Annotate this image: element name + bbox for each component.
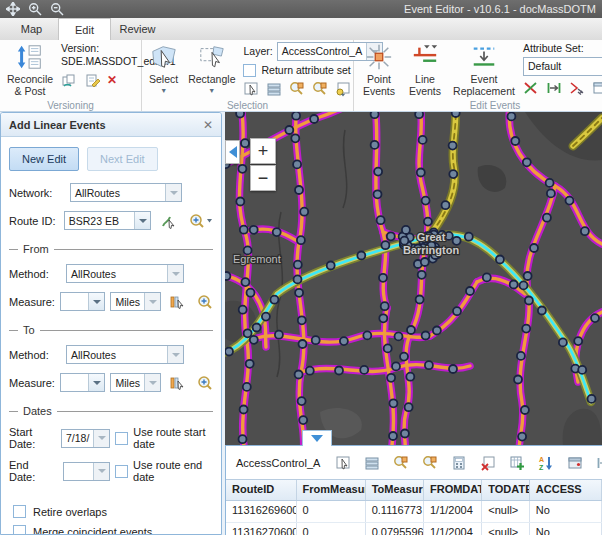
collapse-table-button[interactable] xyxy=(302,430,332,446)
start-date-dropdown-arrow[interactable] xyxy=(93,430,109,447)
select-button[interactable]: Select ▼ xyxy=(147,42,180,99)
from-units-value: Miles xyxy=(111,296,144,308)
next-edit-button[interactable]: Next Edit xyxy=(87,147,158,171)
from-units-combobox[interactable]: Miles xyxy=(110,292,161,311)
pan-to-record-icon[interactable] xyxy=(422,455,438,471)
table-row[interactable]: 11316269600 0 0.1116773 1/1/2004 <null> … xyxy=(226,501,602,523)
rectangle-tool-icon xyxy=(198,43,226,71)
event-replacement-icon xyxy=(470,43,498,71)
rectangle-dropdown-arrow[interactable]: ▼ xyxy=(208,85,215,97)
route-id-dropdown-arrow[interactable] xyxy=(134,212,150,229)
add-record-icon[interactable] xyxy=(509,455,525,471)
event-attributes-icon[interactable] xyxy=(592,80,602,96)
ribbon: Reconcile & Post Version: SDE.MASSDOT_ed… xyxy=(0,40,602,112)
start-date-combobox[interactable]: 7/18/ xyxy=(61,429,110,448)
to-zoom-icon[interactable] xyxy=(197,375,213,391)
sort-records-icon[interactable]: A Z xyxy=(538,455,554,471)
select-features-icon[interactable] xyxy=(243,81,259,97)
from-measure-combobox[interactable] xyxy=(60,292,106,311)
new-version-icon[interactable] xyxy=(84,72,100,88)
to-method-combobox[interactable]: AllRoutes xyxy=(66,345,184,364)
from-method-combobox[interactable]: AllRoutes xyxy=(66,264,184,283)
svg-text:Z: Z xyxy=(539,464,544,471)
merge-events-icon[interactable] xyxy=(569,80,585,96)
col-header-fromdate[interactable]: FROMDATE xyxy=(424,480,482,500)
to-measure-dropdown-arrow[interactable] xyxy=(88,374,104,391)
col-header-frommeasure[interactable]: FromMeasure xyxy=(297,480,366,500)
map-zoom-out-button[interactable]: − xyxy=(250,165,276,191)
point-events-button[interactable]: Point Events xyxy=(359,42,399,99)
col-header-access[interactable]: ACCESS xyxy=(530,480,602,500)
new-edit-button[interactable]: New Edit xyxy=(9,147,79,171)
offset-records-icon[interactable] xyxy=(596,455,602,471)
pan-icon[interactable] xyxy=(6,2,20,16)
tab-edit[interactable]: Edit xyxy=(58,18,111,40)
from-zoom-icon[interactable] xyxy=(197,294,213,310)
col-header-routeid[interactable]: RouteID xyxy=(226,480,297,500)
to-units-combobox[interactable]: Miles xyxy=(110,373,161,392)
end-date-label: End Date: xyxy=(9,459,58,483)
tab-map[interactable]: Map xyxy=(5,18,58,40)
window-title: Event Editor - v10.6.1 - docMassDOTM xyxy=(404,3,596,15)
line-events-label: Line Events xyxy=(407,73,443,97)
table-row[interactable]: 11316270600 0 0.0795596 1/1/2004 <null> … xyxy=(226,523,602,535)
select-route-on-map-icon[interactable] xyxy=(160,213,176,229)
zoom-out-icon[interactable] xyxy=(50,2,64,16)
to-measure-on-map-icon[interactable] xyxy=(169,375,185,391)
zoom-to-record-icon[interactable] xyxy=(393,455,409,471)
select-dropdown-arrow[interactable]: ▼ xyxy=(160,85,167,97)
merge-coincident-events-checkbox[interactable] xyxy=(13,525,26,535)
use-route-end-date-checkbox[interactable] xyxy=(115,465,128,478)
attribute-set-combobox[interactable]: Default xyxy=(523,57,602,76)
split-event-icon[interactable] xyxy=(523,80,539,96)
route-zoom-icon[interactable] xyxy=(189,213,213,229)
rectangle-button[interactable]: Rectangle ▼ xyxy=(186,42,237,99)
map-zoom-in-button[interactable]: + xyxy=(250,138,276,164)
delete-version-icon[interactable]: ✕ xyxy=(107,73,117,87)
to-units-dropdown-arrow[interactable] xyxy=(144,374,160,391)
from-units-dropdown-arrow[interactable] xyxy=(144,293,160,310)
zoom-in-icon[interactable] xyxy=(28,2,42,16)
col-header-tomeasure[interactable]: ToMeasure xyxy=(366,480,424,500)
reconcile-post-button[interactable]: Reconcile & Post xyxy=(5,42,55,99)
use-route-start-date-checkbox[interactable] xyxy=(115,432,128,445)
end-date-dropdown-arrow[interactable] xyxy=(93,463,109,480)
line-events-button[interactable]: Line Events xyxy=(405,42,445,99)
route-id-value: BSR23 EB xyxy=(65,215,134,227)
network-combobox[interactable]: AllRoutes xyxy=(70,183,182,202)
tab-review[interactable]: Review xyxy=(111,18,164,40)
zoom-to-selected-icon[interactable] xyxy=(289,81,305,97)
field-calculator-icon[interactable] xyxy=(451,455,467,471)
table-list-icon[interactable] xyxy=(364,455,380,471)
from-method-dropdown-arrow[interactable] xyxy=(167,265,183,282)
cell-tomeasure: 0.1116773 xyxy=(366,501,424,522)
clear-selection-icon[interactable] xyxy=(480,455,496,471)
return-attribute-set-checkbox[interactable] xyxy=(243,64,256,77)
offset-event-icon[interactable] xyxy=(546,80,562,96)
pan-to-selected-icon[interactable] xyxy=(312,81,328,97)
map-canvas[interactable]: Egremont Great Barrington xyxy=(225,112,602,445)
start-date-value: 7/18/ xyxy=(62,432,93,444)
from-measure-dropdown-arrow[interactable] xyxy=(88,293,104,310)
refresh-version-icon[interactable] xyxy=(61,72,77,88)
network-label: Network: xyxy=(9,187,65,199)
retire-overlaps-checkbox[interactable] xyxy=(13,505,26,518)
close-icon[interactable]: ✕ xyxy=(203,118,213,132)
select-label: Select xyxy=(149,73,178,85)
report-icon[interactable] xyxy=(567,455,583,471)
end-date-combobox[interactable] xyxy=(63,462,110,481)
network-dropdown-arrow[interactable] xyxy=(165,184,181,201)
map-view[interactable]: Egremont Great Barrington + − xyxy=(225,112,602,445)
selection-list-icon[interactable] xyxy=(266,81,282,97)
to-measure-combobox[interactable] xyxy=(60,373,106,392)
to-section-legend: To xyxy=(9,324,213,336)
col-header-todate[interactable]: TODATE xyxy=(482,480,530,500)
collapse-panel-button[interactable] xyxy=(225,140,240,164)
to-method-dropdown-arrow[interactable] xyxy=(167,346,183,363)
selectable-layers-icon[interactable] xyxy=(335,81,351,97)
from-measure-on-map-icon[interactable] xyxy=(169,294,185,310)
event-replacement-button[interactable]: Event Replacement xyxy=(451,42,517,99)
use-route-start-date-label: Use route start date xyxy=(133,426,213,450)
route-id-combobox[interactable]: BSR23 EB xyxy=(64,211,151,230)
table-select-icon[interactable] xyxy=(335,455,351,471)
